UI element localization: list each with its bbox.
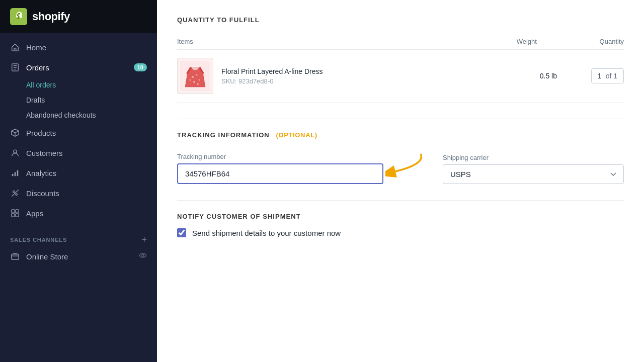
online-store-icon [10, 251, 20, 261]
svg-point-6 [13, 191, 15, 193]
orders-icon [10, 62, 20, 72]
sidebar-item-orders[interactable]: Orders 10 [0, 57, 157, 77]
svg-rect-10 [12, 214, 15, 217]
product-info-cell: Floral Print Layered A-line Dress SKU: 9… [177, 58, 474, 94]
orders-label: Orders [26, 63, 128, 72]
product-weight: 0.5 lb [474, 50, 557, 103]
analytics-label: Analytics [26, 169, 147, 177]
table-row: Floral Print Layered A-line Dress SKU: 9… [177, 50, 624, 103]
discounts-icon [10, 188, 20, 198]
divider-2 [177, 200, 624, 201]
product-quantity-cell: 1 of 1 [557, 50, 624, 103]
sidebar-item-online-store[interactable]: Online Store [0, 246, 157, 266]
svg-rect-5 [17, 170, 19, 176]
tracking-number-group: Tracking number [177, 153, 383, 184]
tracking-form-row: Tracking number Shipping carrier [177, 149, 624, 184]
product-details: Floral Print Layered A-line Dress SKU: 9… [221, 67, 323, 85]
subnav-drafts[interactable]: Drafts [26, 93, 157, 108]
svg-rect-4 [15, 172, 16, 176]
shipping-carrier-label: Shipping carrier [443, 154, 624, 161]
subnav-all-orders[interactable]: All orders [26, 77, 157, 93]
svg-rect-12 [12, 254, 19, 260]
svg-point-18 [193, 81, 195, 83]
notify-section-title: NOTIFY CUSTOMER OF SHIPMENT [177, 213, 624, 220]
home-icon [10, 42, 20, 52]
quantity-col-header: Quantity [557, 34, 624, 50]
add-channel-button[interactable]: + [141, 235, 147, 244]
svg-point-14 [142, 254, 144, 256]
quantity-of: of 1 [606, 72, 617, 80]
optional-badge: (OPTIONAL) [276, 131, 317, 139]
quantity-section: QUANTITY TO FULFILL Items Weight Quantit… [177, 16, 624, 103]
svg-point-2 [14, 150, 17, 153]
product-thumbnail [177, 58, 213, 94]
sidebar-item-analytics[interactable]: Analytics [0, 163, 157, 183]
quantity-box: 1 of 1 [591, 68, 624, 83]
shopify-logo-icon [10, 8, 27, 25]
svg-point-17 [196, 74, 198, 76]
quantity-section-title: QUANTITY TO FULFILL [177, 16, 624, 24]
sidebar-item-home[interactable]: Home [0, 37, 157, 57]
subnav-abandoned[interactable]: Abandoned checkouts [26, 108, 157, 123]
tracking-section-title: TRACKING INFORMATION (OPTIONAL) [177, 131, 624, 139]
analytics-icon [10, 168, 20, 178]
product-sku: SKU: 923d7ed8-0 [221, 77, 323, 85]
products-label: Products [26, 129, 147, 137]
online-store-label: Online Store [26, 252, 68, 261]
shopify-wordmark: shopify [32, 10, 70, 23]
svg-rect-9 [16, 210, 19, 213]
svg-rect-3 [12, 174, 14, 176]
sales-channels-section: SALES CHANNELS + [0, 227, 157, 246]
items-col-header: Items [177, 34, 474, 50]
discounts-label: Discounts [26, 189, 147, 198]
apps-label: Apps [26, 209, 147, 218]
sidebar-item-products[interactable]: Products [0, 123, 157, 143]
product-name: Floral Print Layered A-line Dress [221, 67, 323, 75]
arrow-annotation [385, 149, 426, 179]
home-label: Home [26, 43, 147, 52]
shipping-carrier-select[interactable]: USPS FedEx UPS DHL [443, 164, 624, 184]
notify-checkbox-label: Send shipment details to your customer n… [192, 229, 341, 237]
apps-icon [10, 208, 20, 218]
sidebar-item-customers[interactable]: Customers [0, 143, 157, 163]
eye-icon[interactable] [139, 251, 147, 261]
shipping-carrier-group: Shipping carrier USPS FedEx UPS DHL [443, 154, 624, 184]
weight-col-header: Weight [474, 34, 557, 50]
svg-point-20 [190, 79, 191, 81]
sidebar-header[interactable]: shopify [0, 0, 157, 33]
customers-icon [10, 148, 20, 158]
tracking-number-input[interactable] [177, 163, 383, 184]
customers-label: Customers [26, 149, 147, 157]
tracking-section: TRACKING INFORMATION (OPTIONAL) Tracking… [177, 131, 624, 184]
quantity-value: 1 [598, 72, 602, 80]
notify-checkbox[interactable] [177, 228, 186, 237]
svg-rect-8 [12, 210, 15, 213]
svg-point-19 [199, 79, 200, 81]
items-table: Items Weight Quantity [177, 34, 624, 103]
svg-rect-11 [16, 214, 19, 217]
svg-point-7 [16, 194, 18, 196]
sales-channels-label: SALES CHANNELS [10, 237, 67, 243]
notify-section: NOTIFY CUSTOMER OF SHIPMENT Send shipmen… [177, 213, 624, 237]
sidebar: shopify Home Orders 10 All orders Drafts… [0, 0, 157, 362]
tracking-number-label: Tracking number [177, 153, 383, 160]
svg-point-13 [140, 253, 146, 257]
products-icon [10, 128, 20, 138]
sidebar-item-discounts[interactable]: Discounts [0, 183, 157, 203]
svg-point-21 [197, 83, 199, 85]
orders-badge: 10 [134, 63, 147, 71]
orders-subnav: All orders Drafts Abandoned checkouts [0, 77, 157, 123]
sidebar-item-apps[interactable]: Apps [0, 203, 157, 223]
svg-point-16 [192, 76, 194, 78]
divider-1 [177, 119, 624, 119]
notify-checkbox-row: Send shipment details to your customer n… [177, 228, 624, 237]
main-nav: Home Orders 10 All orders Drafts Abandon… [0, 33, 157, 227]
main-content: QUANTITY TO FULFILL Items Weight Quantit… [157, 0, 644, 362]
